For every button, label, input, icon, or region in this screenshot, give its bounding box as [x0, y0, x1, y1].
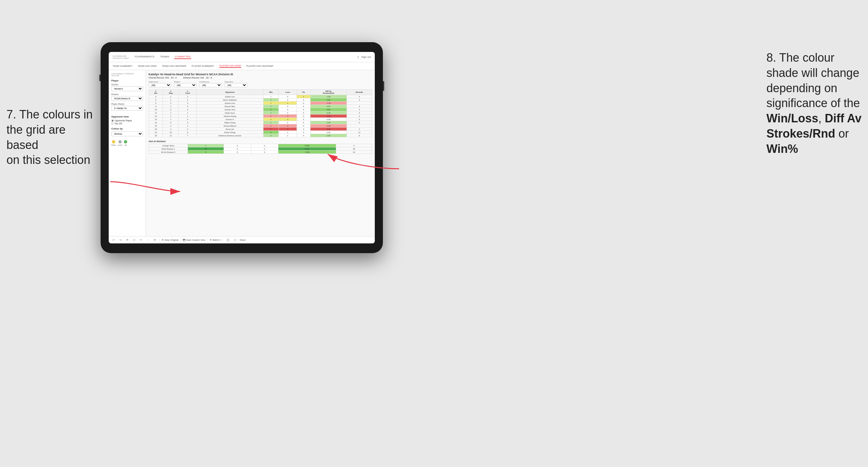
legend-dot-up [124, 140, 127, 144]
colour-by-title: Colour by [111, 127, 143, 130]
diff-av-label: Diff Av [825, 112, 862, 125]
legend-dot-down [112, 140, 115, 144]
toolbar-btn-6[interactable]: ⬡ [232, 238, 238, 242]
ood-cell-diff: 4.500 [278, 144, 336, 147]
sub-nav-team-h2h-grid[interactable]: TEAM H2H GRID [137, 65, 157, 67]
toolbar-divider-3 [207, 238, 208, 242]
player-rank-select[interactable]: 8. Katelyn Vo [111, 106, 143, 111]
nav-teams[interactable]: TEAMS [160, 55, 170, 59]
toolbar-refresh[interactable]: ⟳ [125, 238, 130, 242]
radio-top100[interactable]: Top 100 [111, 122, 143, 125]
col-div: #Div [149, 90, 163, 95]
power-button[interactable] [383, 81, 384, 91]
overall-record-label: Overall Record: 353 - 34 - 6 [149, 76, 177, 79]
table-row: 6 3 3 Sydney Kuo 1 1 0 -1.00 [149, 101, 372, 105]
cell-win: 1 [263, 111, 279, 115]
cell-win: 2 [263, 108, 279, 111]
gender-label: Gender [111, 84, 143, 86]
toolbar-undo[interactable]: ↩ [111, 238, 116, 242]
cell-loss: 0 [279, 111, 297, 115]
opponent-select[interactable]: (All) [224, 83, 247, 87]
cell-div: 11 [149, 111, 163, 115]
cell-loss: 1 [279, 131, 297, 134]
logo-text: SCOREBOARD [113, 55, 128, 57]
sub-nav-team-h2h-heatmap[interactable]: TEAM H2H HEATMAP [162, 65, 187, 67]
nav-tournaments[interactable]: TOURNAMENTS [134, 55, 155, 59]
toolbar-share[interactable]: Share [240, 239, 246, 241]
toolbar-watch[interactable]: 👁 Watch ▾ [210, 239, 221, 242]
col-loss: Loss [279, 90, 297, 95]
gender-select[interactable]: Women's [111, 86, 143, 91]
player-section-title: Player [111, 79, 143, 82]
cell-win: 1 [263, 101, 279, 105]
cell-tie: 0 [297, 108, 310, 111]
toolbar-cut[interactable]: ✂ [138, 238, 144, 242]
cell-diff: -1.00 [310, 101, 347, 105]
toolbar-copy[interactable]: ⬡ [132, 238, 136, 242]
cell-div: 14 [149, 118, 163, 121]
bottom-toolbar: ↩ ↪ ⟳ ⬡ ✂ ··· ⏱ 👁 View: Original 💾 Save … [109, 236, 375, 243]
ood-cell-name: NAIA Division 1 [149, 147, 188, 151]
col-opponent: Opponent [197, 90, 264, 95]
player-rank-label: Player (Rank) [111, 103, 143, 105]
toolbar-view-original[interactable]: 👁 View: Original [162, 239, 179, 241]
cell-reg: 3 [163, 101, 179, 105]
table-row: 3 1 1 Esther Lee 1 0 1 1.50 4 [149, 95, 372, 98]
cell-rounds: 4 [347, 121, 372, 124]
cell-win: 1 [263, 121, 279, 124]
sub-nav-player-summary[interactable]: PLAYER SUMMARY [192, 65, 214, 67]
cell-conf: 4 [179, 118, 197, 121]
cell-win: 1 [263, 115, 279, 118]
sub-nav-player-h2h-grid[interactable]: PLAYER H2H GRID [219, 64, 241, 68]
cell-win: 1 [263, 105, 279, 108]
cell-tie: 0 [297, 121, 310, 124]
cell-conf: 3 [179, 108, 197, 111]
legend-up: Up [124, 140, 127, 146]
cell-opponent: Euna Lee [197, 128, 264, 131]
ood-cell-loss: 0 [224, 144, 251, 147]
sub-nav-player-h2h-heatmap[interactable]: PLAYER H2H HEATMAP [246, 65, 274, 67]
cell-diff: 4.00 [310, 98, 347, 101]
toolbar-save-custom-view[interactable]: 💾 Save Custom View [183, 239, 206, 242]
last-updated: Last Updated: 27/03/2024 16:55:38 [111, 73, 143, 76]
cell-reg: 1 [163, 95, 179, 98]
cell-diff: 4.00 [310, 108, 347, 111]
ood-table-row: NAIA Division 1 15 0 0 9.267 30 [149, 147, 372, 151]
conference-select[interactable]: (All) [199, 83, 222, 87]
cell-loss: 1 [279, 101, 297, 105]
cell-reg: 10 [163, 131, 179, 134]
volume-button[interactable] [99, 75, 101, 81]
cell-loss: 0 [279, 98, 297, 101]
cell-win: 1 [263, 95, 279, 98]
sign-out-link[interactable]: Sign out [362, 56, 371, 58]
filter-region: Region (All) [174, 81, 197, 87]
toolbar-btn-5[interactable]: ⬜ [225, 238, 231, 242]
cell-div: 3 [149, 95, 163, 98]
logo-subtext: Powered by clippd [113, 57, 128, 59]
cell-loss: 0 [279, 121, 297, 124]
cell-rounds: 3 [347, 98, 372, 101]
region-select[interactable]: (All) [174, 83, 197, 87]
cell-rounds: 9 [347, 118, 372, 121]
col-conf: #Conf [179, 90, 197, 95]
table-row: 16 3 1 Jessica Mason 1 2 0 -0.94 [149, 124, 372, 128]
cell-reg: 1 [163, 115, 179, 118]
legend-label-level: Level [118, 144, 122, 146]
cell-div: 16 [149, 124, 163, 128]
radio-label-opponents: Opponents Played [115, 119, 132, 122]
ood-cell-diff: 9.267 [278, 147, 336, 151]
cell-div: 5 [149, 98, 163, 101]
opponents-select[interactable]: (All) [149, 83, 171, 87]
toolbar-more[interactable]: ··· [145, 238, 150, 242]
main-data-table: #Div #Reg #Conf Opponent Win Loss Tie Di… [149, 89, 372, 137]
cell-conf: 2 [179, 98, 197, 101]
toolbar-clock[interactable]: ⏱ [152, 238, 157, 242]
division-select[interactable]: NCAA Division III [111, 96, 143, 101]
nav-committee[interactable]: COMMITTEE [174, 55, 191, 59]
radio-opponents-played[interactable]: Opponents Played [111, 119, 143, 122]
cell-tie: 0 [297, 131, 310, 134]
ood-table-row: Foreign Team 1 0 0 4.500 2 [149, 144, 372, 147]
colour-by-select[interactable]: Win/loss [111, 131, 143, 136]
sub-nav-team-summary[interactable]: TEAM SUMMARY [113, 65, 132, 67]
toolbar-redo-back[interactable]: ↪ [118, 238, 123, 242]
